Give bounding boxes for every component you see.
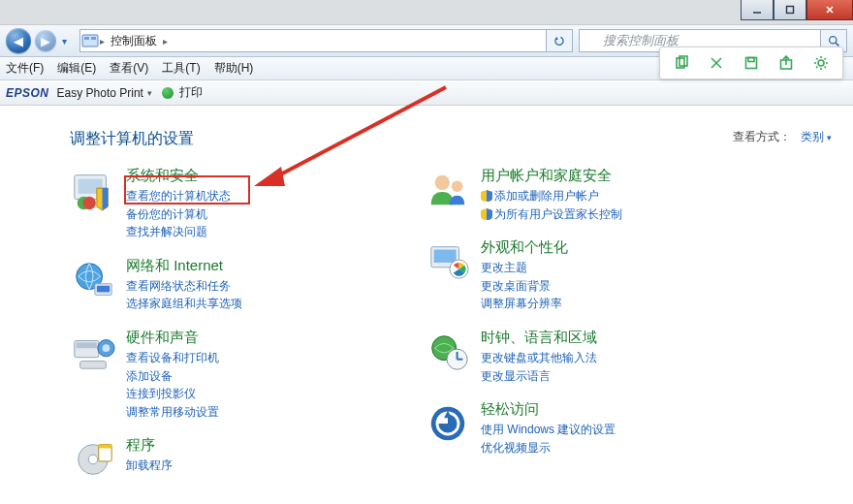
category-sublink[interactable]: 优化视频显示: [481, 441, 551, 455]
category-column-right: 用户帐户和家庭安全 添加或删除用户帐户 为所有用户设置家长控制 外观和个性化 更…: [425, 167, 744, 498]
category-sublink[interactable]: 使用 Windows 建议的设置: [481, 423, 616, 436]
view-by-value[interactable]: 类别: [801, 130, 824, 143]
epson-toolbar: EPSON Easy Photo Print ▾ 打印: [0, 80, 853, 106]
window-tab-strip: [0, 0, 853, 25]
category-title[interactable]: 用户帐户和家庭安全: [481, 167, 622, 185]
svg-rect-17: [77, 342, 97, 348]
menu-file[interactable]: 文件(F): [6, 60, 44, 77]
history-drop-icon[interactable]: ▾: [62, 36, 74, 47]
overlay-settings-button[interactable]: [807, 51, 835, 75]
epson-brand-label: EPSON: [6, 86, 49, 100]
category-sublink[interactable]: 更改主题: [481, 261, 527, 274]
menu-tools[interactable]: 工具(T): [162, 60, 200, 77]
epson-print-label[interactable]: 打印: [179, 84, 203, 101]
epson-print-icon[interactable]: [162, 87, 174, 99]
category-sublink[interactable]: 查看网络状态和任务: [126, 279, 231, 293]
svg-line-8: [836, 43, 838, 46]
category-network: 网络和 Internet 查看网络状态和任务 选择家庭组和共享选项: [70, 257, 390, 313]
category-programs: 程序 卸载程序: [70, 436, 390, 483]
svg-rect-24: [99, 445, 111, 449]
category-sublink[interactable]: 查看设备和打印机: [126, 351, 219, 364]
overlay-expand-button[interactable]: [703, 51, 730, 75]
overlay-share-button[interactable]: [773, 51, 800, 75]
svg-point-19: [103, 344, 111, 352]
menu-edit[interactable]: 编辑(E): [57, 60, 96, 77]
back-button[interactable]: ◀: [6, 28, 31, 53]
svg-point-7: [829, 36, 836, 43]
category-title[interactable]: 轻松访问: [481, 400, 616, 419]
category-sublink[interactable]: 添加设备: [126, 369, 173, 383]
svg-point-25: [435, 175, 450, 190]
svg-rect-20: [80, 362, 107, 369]
svg-point-46: [818, 60, 824, 66]
network-icon: [70, 257, 116, 303]
category-sublink[interactable]: 选择家庭组和共享选项: [126, 297, 242, 310]
category-sublink[interactable]: 备份您的计算机: [126, 207, 207, 221]
window-caption-buttons: [741, 0, 853, 20]
overlay-copy-button[interactable]: [668, 51, 695, 75]
view-by: 查看方式： 类别 ▾: [733, 129, 832, 145]
svg-rect-4: [82, 35, 98, 47]
appearance-icon: [425, 238, 471, 285]
refresh-button[interactable]: [547, 29, 573, 52]
category-sublink[interactable]: 调整屏幕分辨率: [481, 297, 562, 310]
category-title[interactable]: 时钟、语言和区域: [481, 329, 597, 347]
category-sublink[interactable]: 连接到投影仪: [126, 387, 196, 400]
maximize-button[interactable]: [774, 0, 806, 20]
address-location[interactable]: ▸ 控制面板 ▸: [79, 29, 547, 52]
forward-button[interactable]: ▶: [35, 30, 56, 51]
system-security-icon: [70, 167, 116, 213]
epson-drop-icon[interactable]: ▾: [147, 88, 152, 98]
overlay-save-button[interactable]: [738, 51, 765, 75]
category-sublink[interactable]: 更改键盘或其他输入法: [481, 351, 597, 364]
category-sublink[interactable]: 更改桌面背景: [481, 279, 551, 293]
svg-point-26: [452, 180, 463, 192]
svg-point-12: [82, 197, 95, 209]
category-title[interactable]: 程序: [126, 436, 173, 455]
menu-view[interactable]: 查看(V): [110, 60, 148, 77]
svg-rect-5: [84, 37, 89, 40]
overlay-toolbar: [659, 47, 843, 79]
svg-rect-1: [787, 7, 794, 14]
category-title[interactable]: 网络和 Internet: [126, 257, 242, 275]
ease-of-access-icon: [425, 400, 471, 447]
svg-rect-15: [97, 286, 110, 293]
category-sublink[interactable]: 添加或删除用户帐户: [494, 189, 599, 203]
view-by-drop-icon[interactable]: ▾: [827, 133, 832, 142]
uac-shield-icon: [481, 207, 492, 219]
category-clock-lang-region: 时钟、语言和区域 更改键盘或其他输入法 更改显示语言: [425, 329, 744, 385]
breadcrumb-segment[interactable]: 控制面板: [105, 33, 163, 49]
svg-rect-43: [746, 58, 757, 69]
view-by-label: 查看方式：: [733, 130, 791, 143]
category-column-left: 系统和安全 查看您的计算机状态 备份您的计算机 查找并解决问题 网络和 Inte…: [70, 167, 390, 498]
category-sublink[interactable]: 为所有用户设置家长控制: [494, 207, 622, 221]
user-accounts-icon: [425, 167, 471, 213]
category-user-accounts: 用户帐户和家庭安全 添加或删除用户帐户 为所有用户设置家长控制: [425, 167, 744, 223]
svg-rect-28: [434, 250, 457, 263]
menu-help[interactable]: 帮助(H): [214, 60, 254, 77]
category-sublink[interactable]: 查找并解决问题: [126, 225, 207, 238]
category-ease-of-access: 轻松访问 使用 Windows 建议的设置 优化视频显示: [425, 400, 744, 457]
category-title[interactable]: 外观和个性化: [481, 238, 568, 257]
svg-rect-44: [748, 58, 754, 62]
category-sublink[interactable]: 卸载程序: [126, 458, 173, 472]
minimize-button[interactable]: [741, 0, 774, 20]
category-hardware-sound: 硬件和声音 查看设备和打印机 添加设备 连接到投影仪 调整常用移动设置: [70, 329, 390, 421]
category-title[interactable]: 硬件和声音: [126, 329, 219, 347]
annotation-highlight-box: [124, 175, 250, 205]
category-sublink[interactable]: 更改显示语言: [481, 369, 551, 383]
category-sublink[interactable]: 调整常用移动设置: [126, 405, 219, 419]
control-panel-icon: [80, 32, 100, 49]
content-area: 调整计算机的设置 查看方式： 类别 ▾ 系统和安全 查看您的计算机状态 备份您的…: [0, 106, 853, 498]
breadcrumb-sep-icon: ▸: [163, 36, 168, 47]
close-button[interactable]: [806, 0, 853, 20]
programs-icon: [70, 436, 116, 483]
svg-point-22: [88, 456, 98, 465]
hardware-sound-icon: [70, 329, 116, 375]
uac-shield-icon: [481, 189, 492, 201]
category-appearance: 外观和个性化 更改主题 更改桌面背景 调整屏幕分辨率: [425, 238, 744, 313]
clock-lang-region-icon: [425, 329, 471, 375]
svg-rect-6: [91, 37, 96, 40]
epson-product-label: Easy Photo Print: [57, 86, 143, 100]
